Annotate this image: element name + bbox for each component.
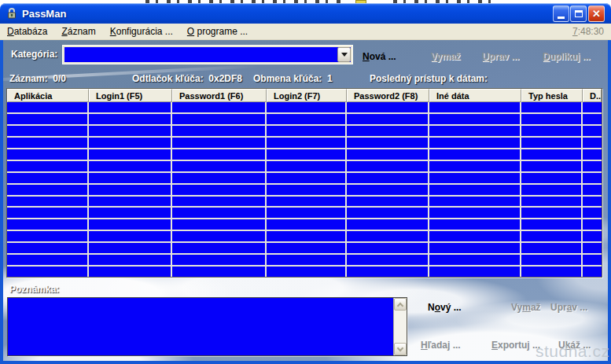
table-row[interactable] (7, 185, 602, 197)
table-cell (172, 138, 267, 148)
menu-zaznam[interactable]: Záznam (54, 24, 102, 39)
table-cell (583, 185, 602, 195)
table-row[interactable] (7, 219, 602, 231)
category-combobox[interactable] (63, 46, 352, 64)
scroll-down-button[interactable] (394, 343, 407, 355)
vymaz-category-button[interactable]: Vymaž (431, 51, 461, 62)
table-cell (89, 102, 172, 112)
table-cell (429, 197, 521, 207)
menu-konfiguracia[interactable]: Konfigurácia ... (103, 24, 180, 39)
column-header[interactable]: Password2 (F8) (347, 89, 429, 102)
minimize-button[interactable] (553, 6, 569, 22)
scroll-up-button[interactable] (394, 298, 407, 311)
label-part: prav ... (489, 51, 520, 62)
column-header[interactable]: Aplikácia (7, 89, 89, 102)
table-row[interactable] (7, 197, 602, 208)
vymaz-record-button[interactable]: Vymaž (511, 302, 541, 313)
note-label: Poznámka: (9, 284, 59, 295)
column-header[interactable]: D.. (583, 89, 602, 102)
table-cell (267, 149, 347, 160)
menu-label-part: O (187, 26, 194, 37)
column-header[interactable]: Typ hesla (521, 89, 583, 102)
label-part: N (363, 51, 370, 62)
status-key-variation: Obmena kľúča: 1 (253, 73, 333, 84)
table-row[interactable] (7, 149, 602, 161)
table-row[interactable] (7, 138, 602, 149)
label-part: vý ... (440, 302, 462, 313)
category-combobox-value (64, 47, 337, 62)
window-title: PassMan (22, 8, 66, 20)
exportuj-button[interactable]: Exportuj ... (491, 340, 540, 351)
menu-label-part: Z (61, 26, 67, 37)
table-cell (429, 208, 521, 218)
table-cell (267, 173, 347, 183)
table-cell (172, 185, 267, 195)
status-record-count: Záznam: 0/0 (9, 73, 66, 84)
table-cell (7, 149, 89, 160)
table-row[interactable] (7, 114, 602, 126)
uprav-record-button[interactable]: Uprav ... (550, 302, 587, 313)
label-part: o (435, 302, 440, 313)
table-cell (172, 231, 267, 241)
label-part: Vy (511, 302, 522, 313)
chevron-down-icon (397, 344, 403, 351)
table-cell (347, 161, 429, 171)
table-cell (583, 114, 602, 124)
table-cell (521, 161, 583, 171)
table-cell (347, 149, 429, 160)
table-cell (172, 161, 267, 171)
table-cell (521, 149, 583, 160)
table-cell (347, 231, 429, 241)
menu-databaza[interactable]: Databáza (0, 24, 54, 39)
label-part: ľadaj ... (428, 340, 461, 351)
label-part: ová ... (370, 51, 396, 62)
table-cell (583, 197, 602, 207)
table-cell (172, 149, 267, 160)
column-header[interactable]: Login1 (F5) (89, 89, 172, 102)
table-cell (89, 138, 172, 148)
maximize-button[interactable] (570, 6, 587, 22)
table-body[interactable] (7, 102, 602, 277)
table-row[interactable] (7, 102, 602, 114)
records-table[interactable]: AplikáciaLogin1 (F5)Password1 (F6)Login2… (6, 88, 602, 278)
label-part: m (522, 302, 531, 313)
column-header[interactable]: Password1 (F6) (172, 89, 267, 102)
table-row[interactable] (7, 267, 602, 277)
clock-part: 7 (572, 26, 578, 37)
category-dropdown-button[interactable] (337, 47, 351, 62)
title-bar[interactable]: PassMan ✕ (0, 3, 611, 24)
table-cell (429, 102, 521, 112)
note-scrollbar[interactable] (393, 298, 407, 355)
hladaj-button[interactable]: Hľadaj ... (421, 340, 461, 351)
table-cell (89, 197, 172, 207)
label-part: uplikuj ... (550, 51, 591, 62)
nova-button[interactable]: Nová ... (363, 51, 396, 62)
table-cell (521, 126, 583, 136)
minimize-icon (558, 17, 565, 19)
table-row[interactable] (7, 173, 602, 185)
table-row[interactable] (7, 231, 602, 243)
menu-o-programe[interactable]: O programe ... (180, 24, 255, 39)
table-row[interactable] (7, 208, 602, 219)
novy-button[interactable]: Nový ... (428, 302, 462, 313)
menu-label-part: atabáza (14, 26, 48, 37)
table-cell (429, 149, 521, 160)
table-row[interactable] (7, 161, 602, 173)
table-cell (347, 219, 429, 230)
uprav-category-button[interactable]: Uprav ... (482, 51, 519, 62)
label-part: Upr (550, 302, 567, 313)
table-row[interactable] (7, 243, 602, 255)
table-row[interactable] (7, 255, 602, 267)
table-row[interactable] (7, 126, 602, 138)
column-header[interactable]: Login2 (F7) (267, 89, 347, 102)
close-button[interactable]: ✕ (588, 6, 605, 22)
table-cell (429, 267, 521, 277)
table-cell (267, 126, 347, 136)
table-cell (172, 126, 267, 136)
note-input[interactable] (8, 298, 393, 355)
duplikuj-button[interactable]: Duplikuj ... (543, 51, 591, 62)
label-part: N (428, 302, 435, 313)
table-cell (429, 219, 521, 230)
column-header[interactable]: Iné dáta (429, 89, 521, 102)
label-part: až (531, 302, 541, 313)
